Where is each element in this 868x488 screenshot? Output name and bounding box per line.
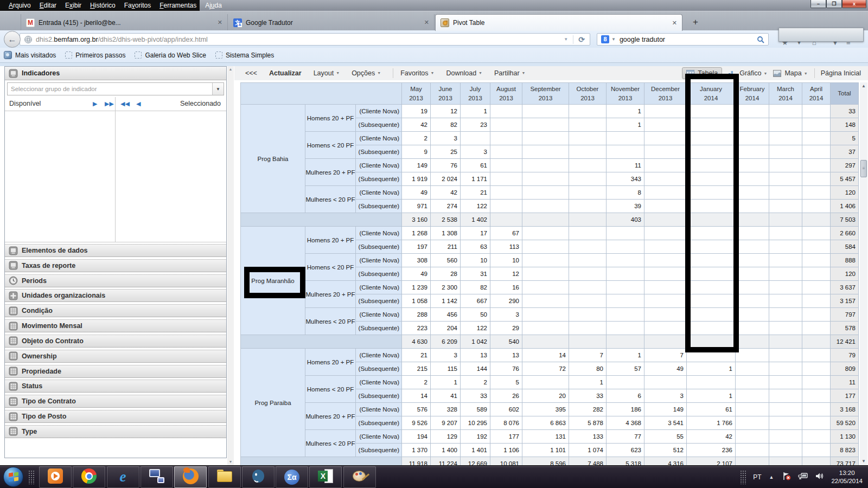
menu-icon[interactable]: ≡ (846, 42, 851, 47)
accordion-label: Taxas de reporte (22, 262, 75, 269)
accordion-section-movimento-mensal[interactable]: Movimento Mensal (5, 319, 226, 332)
dual-list-panes[interactable] (5, 111, 226, 242)
scrollbar-thumb[interactable]: ≡ (860, 160, 867, 177)
minimize-button[interactable]: – (810, 0, 826, 8)
indicator-group-select[interactable]: Seleccionar grupo de indicador ▼ (7, 82, 224, 95)
data-cell: 14 (522, 349, 569, 362)
close-button[interactable]: x (842, 0, 866, 8)
bookmark-item[interactable]: Primeiros passos (65, 52, 125, 59)
tab-close-icon[interactable]: ✕ (218, 19, 222, 26)
search-icon[interactable] (757, 36, 764, 43)
new-tab-button[interactable]: + (688, 16, 703, 29)
tray-expand-icon[interactable]: ▲ (769, 474, 774, 480)
data-cell (769, 159, 802, 172)
data-cell: 5 (490, 376, 522, 389)
downloads-icon[interactable]: ▼ (832, 42, 839, 47)
bookmark-item[interactable]: Sistema Simples (215, 52, 274, 59)
volume-icon[interactable] (815, 472, 824, 483)
bookmark-star-icon[interactable]: ★ (782, 42, 788, 47)
start-button[interactable] (3, 467, 23, 487)
taskbar-app-sigma[interactable]: Σα (276, 466, 308, 488)
sidebar-scrollbar[interactable]: ▲ ▼ (227, 66, 234, 465)
reload-icon[interactable]: ⟳ (573, 35, 590, 44)
menu-exibir[interactable]: Exibir (61, 0, 86, 11)
search-input[interactable]: 8 ▼ google tradutor (597, 33, 769, 46)
menu-histórico[interactable]: Histórico (86, 0, 120, 11)
url-dropdown-icon[interactable]: ▼ (559, 37, 573, 42)
scroll-up-icon[interactable]: ▲ (860, 82, 867, 90)
taskbar-app-wmp[interactable] (39, 466, 72, 488)
accordion-section-elementos-de-dados[interactable]: Elementos de dados (5, 244, 226, 257)
accordion-section-ownership[interactable]: Ownership (5, 350, 226, 363)
bookmarks-menu-icon[interactable]: ▼ (796, 42, 802, 47)
scroll-up-icon[interactable]: ▲ (227, 66, 234, 73)
row-header-client-type: (Cliente Nova) (356, 308, 402, 322)
toolbar-layout[interactable]: Layout▼ (314, 69, 340, 77)
accordion-section-objeto-do-contrato[interactable]: Objeto do Contrato (5, 335, 226, 348)
back-button[interactable]: ← (4, 31, 21, 48)
home-icon[interactable]: ⌂ (812, 42, 816, 47)
accordion-section-type[interactable]: Type (5, 425, 226, 438)
accordion-section-tipo-de-contrato[interactable]: Tipo de Contrato (5, 395, 226, 408)
search-engine-icon[interactable]: 8 (601, 35, 609, 43)
menu-editar[interactable]: Editar (35, 0, 61, 11)
taskbar-app-firefox[interactable] (174, 466, 207, 488)
taskbar-app-chrome[interactable] (73, 466, 105, 488)
tab-title: Pivot Table (453, 19, 667, 27)
network-icon[interactable] (798, 472, 808, 483)
taskbar-app-ie[interactable]: e (107, 466, 139, 488)
taskbar-app-postgres[interactable] (242, 466, 275, 488)
accordion-section-status[interactable]: Status (5, 380, 226, 393)
accordion-label: Condição (22, 307, 53, 314)
accordion-section-tipo-de-posto[interactable]: Tipo de Posto (5, 410, 226, 423)
search-engine-dropdown-icon[interactable]: ▼ (609, 37, 620, 42)
restore-button[interactable]: ❐ (826, 0, 842, 8)
accordion-section-propriedade[interactable]: Propriedade (5, 365, 226, 378)
toolbar-partilhar[interactable]: Partilhar▼ (494, 69, 525, 77)
bookmark-item[interactable]: Galeria do Web Slice (135, 52, 206, 59)
toolbar--[interactable]: <<< (245, 69, 257, 77)
data-cell (522, 145, 569, 159)
tab-close-icon[interactable]: ✕ (424, 19, 429, 26)
tab-3[interactable]: Pivot Table✕ (435, 14, 682, 31)
scroll-down-icon[interactable]: ▼ (860, 458, 867, 465)
site-identity-icon[interactable] (24, 36, 32, 43)
language-indicator[interactable]: PT (753, 473, 761, 481)
accordion-section-condi-o[interactable]: Condição (5, 304, 226, 317)
data-cell: 10 (461, 254, 490, 267)
table-scrollbar[interactable]: ▲ ▼ (860, 82, 867, 465)
menu-ferramentas[interactable]: Ferramentas (155, 0, 201, 11)
taskbar-app-paint[interactable] (343, 466, 376, 488)
bookmark-item[interactable]: Mais visitados (4, 51, 56, 59)
tab-close-icon[interactable]: ✕ (672, 20, 677, 27)
url-bar[interactable]: dhis2.bemfam.org.br/dhis2/dhis-web-pivot… (20, 33, 590, 46)
move-all-right-icon[interactable]: ▶▶ (105, 100, 114, 107)
toolbar-op-es[interactable]: Opções▼ (352, 69, 381, 77)
menu-ajuda[interactable]: Ajuda (201, 0, 226, 11)
accordion-section-periods[interactable]: Periods (5, 274, 226, 287)
toolbar-actualizar[interactable]: Actualizar (269, 69, 302, 77)
menu-arquivo[interactable]: Arquivo (4, 0, 35, 11)
taskbar-app-explorer[interactable] (208, 466, 241, 488)
move-right-icon[interactable]: ▶ (93, 100, 97, 107)
taskbar-app-rdp[interactable] (141, 466, 173, 488)
accordion-section-taxas-de-reporte[interactable]: Taxas de reporte (5, 259, 226, 272)
tab-2[interactable]: 文AGoogle Tradutor✕ (228, 14, 435, 31)
view-mapa-button[interactable]: Mapa▼ (773, 69, 807, 77)
home-page-button[interactable]: Página Inicial (821, 69, 861, 77)
action-center-icon[interactable] (782, 472, 791, 483)
chevron-down-icon[interactable]: ▼ (212, 83, 224, 95)
taskbar-app-excel[interactable]: X (309, 466, 342, 488)
accordion-section-unidades-organizacionais[interactable]: Unidades organizacionais (5, 289, 226, 302)
menu-favoritos[interactable]: Favoritos (120, 0, 155, 11)
tab-1[interactable]: MEntrada (415) - jberilo@be...✕ (21, 14, 228, 31)
move-left-icon[interactable]: ◀ (136, 100, 141, 107)
toolbar-favoritos[interactable]: Favoritos▼ (400, 69, 434, 77)
subtotal-cell: 11 918 (402, 457, 431, 466)
data-cell (522, 376, 569, 389)
toolbar-download[interactable]: Download▼ (446, 69, 483, 77)
move-all-left-icon[interactable]: ◀◀ (120, 100, 130, 107)
scroll-down-icon[interactable]: ▼ (227, 459, 234, 465)
accordion-section-indicadores[interactable]: Indicadores (5, 67, 226, 80)
clock[interactable]: 13:20 22/05/2014 (831, 469, 863, 485)
